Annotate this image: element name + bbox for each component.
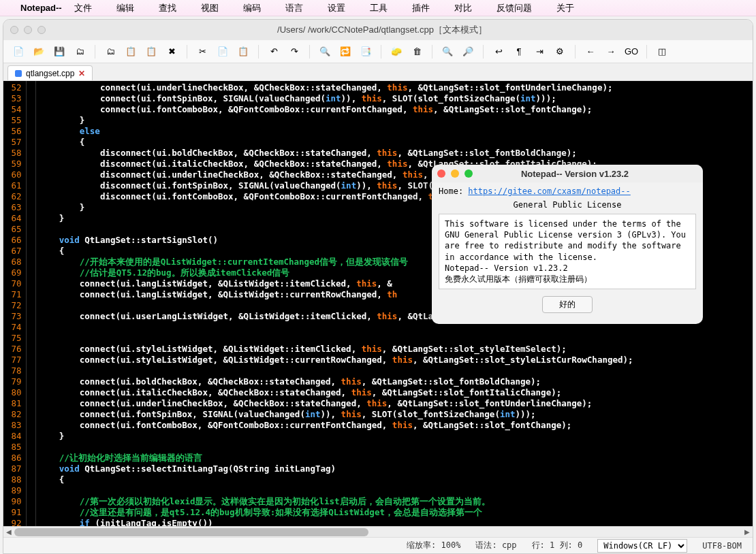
scroll-right-icon[interactable]: ▶ xyxy=(742,527,753,538)
menu-item[interactable]: 关于 xyxy=(556,2,574,14)
separator xyxy=(575,45,576,59)
menu-item[interactable]: 视图 xyxy=(201,2,219,14)
fold-margin[interactable] xyxy=(27,81,36,526)
menu-item[interactable]: 查找 xyxy=(159,2,176,14)
home-link[interactable]: https://gitee.com/cxasm/notepad-- xyxy=(468,186,630,196)
menu-item[interactable]: 插件 xyxy=(412,2,430,14)
separator xyxy=(432,45,432,59)
dialog-title: Notepad-- Version v1.23.2 xyxy=(479,169,697,179)
find-icon[interactable]: 🔍 xyxy=(317,44,333,60)
separator xyxy=(95,45,95,59)
saveall-icon[interactable]: 🗂 xyxy=(72,44,88,60)
menu-item[interactable]: 设置 xyxy=(328,2,345,14)
scroll-left-icon[interactable]: ◀ xyxy=(3,527,14,538)
separator xyxy=(309,45,310,59)
menu-item[interactable]: 文件 xyxy=(74,2,92,14)
copy2-icon[interactable]: 📄 xyxy=(215,44,231,60)
back-icon[interactable]: ← xyxy=(582,44,599,60)
menu-item[interactable]: 反馈问题 xyxy=(497,2,532,14)
menu-item[interactable]: 编码 xyxy=(243,2,261,14)
zoom-window-icon[interactable] xyxy=(37,26,46,34)
eraser-icon[interactable]: 🧽 xyxy=(388,44,405,60)
dialog-zoom-icon[interactable] xyxy=(464,169,473,178)
lang-status: 语法: cpp xyxy=(475,540,516,551)
about-dialog: Notepad-- Version v1.23.2 Home: https://… xyxy=(432,165,703,324)
close-tab-icon[interactable]: ✕ xyxy=(78,69,85,78)
close-window-icon[interactable] xyxy=(10,26,18,34)
separator xyxy=(187,45,187,59)
mac-menubar: Notepad-- 文件编辑查找视图编码语言设置工具插件对比反馈问题关于 xyxy=(0,0,756,16)
replace-icon[interactable]: 🔁 xyxy=(337,44,353,60)
gpl-label: General Public License xyxy=(439,200,696,210)
license-box: This software is licensed under the term… xyxy=(439,214,696,289)
titlebar: /Users/ /work/CCNotePad/qtlangset.cpp［文本… xyxy=(3,20,753,40)
separator xyxy=(258,45,259,59)
cut-icon[interactable]: ✂ xyxy=(194,44,210,60)
mark-icon[interactable]: 📑 xyxy=(358,44,374,60)
file-icon xyxy=(15,70,22,77)
pos-status: 行: 1 列: 0 xyxy=(532,540,583,551)
statusbar: 缩放率: 100% 语法: cpp 行: 1 列: 0 Windows(CR L… xyxy=(3,537,753,553)
settings-icon[interactable]: ⚙ xyxy=(552,44,568,60)
open-icon[interactable]: 📂 xyxy=(31,44,47,60)
paste2-icon[interactable]: 📋 xyxy=(235,44,251,60)
tab-label: qtlangset.cpp xyxy=(26,69,74,78)
zoomout-icon[interactable]: 🔎 xyxy=(460,44,476,60)
redo-icon[interactable]: ↷ xyxy=(286,44,302,60)
separator xyxy=(483,45,484,59)
menu-item[interactable]: 语言 xyxy=(285,2,303,14)
tab-qtlangset[interactable]: qtlangset.cpp ✕ xyxy=(7,65,93,80)
menu-item[interactable]: 工具 xyxy=(370,2,388,14)
eol-select[interactable]: Windows(CR LF) xyxy=(597,539,687,553)
clear-icon[interactable]: 🗑 xyxy=(409,44,425,60)
copy-icon[interactable]: 📋 xyxy=(123,44,139,60)
line-gutter: 52 53 54 55 56 57 58 59 60 61 62 63 64 6… xyxy=(3,81,27,526)
tabbar: qtlangset.cpp ✕ xyxy=(3,63,753,81)
scroll-thumb[interactable] xyxy=(14,528,368,536)
separator xyxy=(646,45,647,59)
new-icon[interactable]: 📄 xyxy=(10,44,27,60)
close-icon[interactable]: ✖ xyxy=(163,44,180,60)
wrap-icon[interactable]: ↩ xyxy=(490,44,507,60)
menu-item[interactable]: 对比 xyxy=(454,2,472,14)
tabs-icon[interactable]: 🗂 xyxy=(102,44,119,60)
invisible-icon[interactable]: ¶ xyxy=(511,44,527,60)
zoom-status: 缩放率: 100% xyxy=(407,540,460,551)
menu-item[interactable]: 编辑 xyxy=(116,2,134,14)
paste-icon[interactable]: 📋 xyxy=(143,44,159,60)
indent-icon[interactable]: ⇥ xyxy=(531,44,548,60)
window-title: /Users/ /work/CCNotePad/qtlangset.cpp［文本… xyxy=(52,24,746,36)
horizontal-scrollbar[interactable]: ◀ ▶ xyxy=(3,526,753,537)
minimize-window-icon[interactable] xyxy=(24,26,32,34)
dialog-minimize-icon[interactable] xyxy=(451,169,459,178)
forward-icon[interactable]: → xyxy=(603,44,619,60)
home-row: Home: https://gitee.com/cxasm/notepad-- xyxy=(439,186,696,196)
app-name[interactable]: Notepad-- xyxy=(20,3,62,13)
dialog-titlebar: Notepad-- Version v1.23.2 xyxy=(432,165,703,182)
dialog-close-icon[interactable] xyxy=(437,169,445,178)
toolbar: 📄📂💾🗂🗂📋📋✖✂📄📋↶↷🔍🔁📑🧽🗑🔍🔎↩¶⇥⚙←→GO◫ xyxy=(3,40,753,63)
undo-icon[interactable]: ↶ xyxy=(266,44,282,60)
split-icon[interactable]: ◫ xyxy=(654,44,670,60)
zoomin-icon[interactable]: 🔍 xyxy=(439,44,456,60)
encoding-status: UTF8-BOM xyxy=(702,541,742,551)
separator xyxy=(381,45,381,59)
ok-button[interactable]: 好的 xyxy=(542,296,593,313)
save-icon[interactable]: 💾 xyxy=(51,44,67,60)
go-icon[interactable]: GO xyxy=(623,44,640,60)
